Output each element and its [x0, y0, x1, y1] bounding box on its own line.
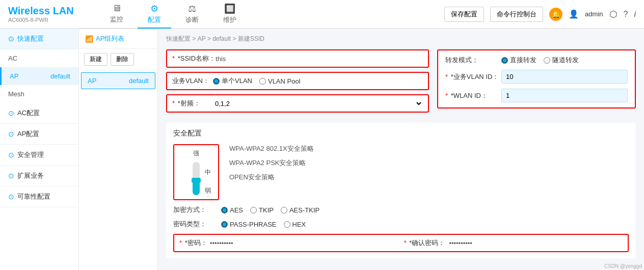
sidebar-item-security[interactable]: ⊙ 安全管理	[0, 145, 78, 166]
forward-radio-group: 直接转发 隧道转发	[501, 56, 579, 65]
ssid-input[interactable]	[216, 55, 423, 63]
freq-label: * *射频：	[172, 99, 213, 108]
ap-group-icon: 📶	[85, 35, 93, 43]
forward-tunnel-label: 隧道转发	[552, 56, 579, 65]
logo-title: Wireless LAN	[8, 5, 79, 17]
save-config-button[interactable]: 保存配置	[444, 7, 484, 22]
tab-maintain[interactable]: 🔲 维护	[213, 0, 247, 29]
ap-config-icon: ⊙	[8, 130, 14, 138]
info-icon[interactable]: i	[634, 10, 636, 19]
logo-lan: LAN	[53, 5, 74, 16]
forward-direct-radio[interactable]: 直接转发	[501, 56, 536, 65]
slider-thumb[interactable]	[192, 178, 201, 183]
tab-monitor-label: 监控	[110, 15, 123, 24]
encrypt-aes-tkip-radio[interactable]: AES-TKIP	[281, 206, 319, 214]
slider-strong: 强	[193, 149, 199, 158]
encrypt-aes-tkip-label: AES-TKIP	[289, 206, 319, 214]
encrypt-aes-radio[interactable]: AES	[221, 206, 243, 214]
encrypt-tkip-input[interactable]	[250, 207, 257, 213]
notification-icon[interactable]: 🔔	[549, 8, 562, 21]
sidebar-sub-ap[interactable]: AP default	[0, 67, 78, 85]
forward-tunnel-input[interactable]	[544, 57, 550, 64]
reliable-icon: ⊙	[8, 193, 14, 201]
security-option-8021x[interactable]: WPA-WPA2 802.1X安全策略	[229, 144, 314, 153]
vlan-single-input[interactable]	[213, 78, 220, 85]
security-icon: ⊙	[8, 151, 14, 159]
security-option-8021x-label: WPA-WPA2 802.1X安全策略	[229, 145, 314, 152]
config-icon: ⚙	[150, 3, 158, 14]
logout-icon[interactable]: ⬡	[609, 9, 618, 20]
tab-config-label: 配置	[148, 15, 161, 24]
ap-delete-button[interactable]: 删除	[111, 53, 134, 66]
tab-config[interactable]: ⚙ 配置	[138, 0, 171, 29]
security-option-open[interactable]: OPEN安全策略	[229, 173, 314, 182]
breadcrumb-sep1: >	[207, 35, 212, 42]
sidebar-reliable-label: 可靠性配置	[17, 192, 50, 201]
sidebar-item-ac-config[interactable]: ⊙ AC配置	[0, 103, 78, 124]
logo: Wireless LAN AC6005-8-PWR	[8, 5, 79, 23]
ap-new-button[interactable]: 新建	[84, 53, 108, 66]
pwd-phrase-radio[interactable]: PASS-PHRASE	[221, 221, 277, 228]
pwd-hex-input[interactable]	[284, 221, 290, 228]
pwd-type-row: 密码类型： PASS-PHRASE HEX	[173, 220, 629, 229]
sidebar-item-ap-config[interactable]: ⊙ AP配置	[0, 124, 78, 145]
security-slider[interactable]: 强 中 弱	[173, 144, 219, 200]
quick-icon: ⊙	[8, 35, 14, 43]
vlan-pool-input[interactable]	[259, 78, 266, 85]
breadcrumb: 快速配置 > AP > default > 新建SSID	[166, 35, 636, 43]
pwd-confirm-input[interactable]	[449, 239, 623, 247]
encrypt-aes-input[interactable]	[221, 207, 228, 213]
biz-vlan-id-input[interactable]	[501, 70, 628, 84]
ap-entry-default: default	[129, 77, 149, 85]
freq-field-row: * *射频： 0,1,2 0 1 2	[166, 94, 429, 113]
biz-vlan-id-label: * *业务VLAN ID：	[445, 72, 501, 82]
logo-wireless: Wireless	[8, 5, 53, 16]
breadcrumb-sep2: >	[233, 35, 238, 42]
ap-entry[interactable]: AP default	[81, 72, 155, 89]
ap-group-title: 📶 AP组列表	[79, 29, 157, 49]
logo-model: AC6005-8-PWR	[8, 17, 79, 23]
encrypt-tkip-radio[interactable]: TKIP	[250, 206, 274, 214]
form-left-col: * *SSID名称： 业务VLAN： 单个VLAN	[166, 49, 429, 117]
cmd-console-button[interactable]: 命令行控制台	[490, 7, 543, 22]
breadcrumb-part1: AP	[198, 35, 206, 42]
pwd-input[interactable]	[210, 239, 384, 247]
security-option-psk[interactable]: WPA-WPA2 PSK安全策略	[229, 158, 314, 168]
top-form-columns: * *SSID名称： 业务VLAN： 单个VLAN	[166, 49, 636, 117]
encrypt-label: 加密方式：	[173, 205, 214, 214]
tab-diagnose-label: 诊断	[185, 15, 199, 24]
ap-entry-ap: AP	[88, 77, 96, 85]
breadcrumb-part0: 快速配置	[166, 35, 191, 42]
wlan-id-input[interactable]	[501, 89, 628, 102]
vlan-single-radio[interactable]: 单个VLAN	[213, 76, 252, 86]
pwd-confirm-label: * *确认密码：	[404, 238, 445, 248]
user-icon: 👤	[569, 9, 579, 19]
freq-select-wrapper: 0,1,2 0 1 2	[213, 99, 423, 108]
slider-mid: 中	[205, 168, 211, 177]
tab-monitor[interactable]: 🖥 监控	[100, 0, 133, 28]
pwd-phrase-input[interactable]	[221, 221, 228, 228]
admin-label: admin	[585, 10, 603, 18]
forward-direct-input[interactable]	[501, 57, 508, 64]
sidebar-item-quick[interactable]: ⊙ 快速配置	[0, 29, 78, 49]
pwd-hex-radio[interactable]: HEX	[284, 221, 306, 228]
forward-label: 转发模式：	[445, 56, 501, 65]
ap-group-buttons: 新建 删除	[79, 49, 157, 70]
security-title: 安全配置	[173, 129, 629, 138]
vlan-pool-radio[interactable]: VLAN Pool	[259, 77, 301, 85]
sidebar-item-extend[interactable]: ⊙ 扩展业务	[0, 166, 78, 186]
sidebar-sub-ac[interactable]: AC	[0, 49, 78, 67]
forward-tunnel-radio[interactable]: 隧道转发	[544, 56, 579, 65]
sidebar-sub-mesh[interactable]: Mesh	[0, 85, 78, 103]
wlan-id-row: * *WLAN ID：	[445, 89, 628, 102]
help-icon[interactable]: ?	[624, 10, 628, 19]
encrypt-row: 加密方式： AES TKIP AES-TKIP	[173, 205, 629, 214]
encrypt-aes-tkip-input[interactable]	[281, 207, 287, 213]
ac-config-icon: ⊙	[8, 109, 14, 117]
freq-select[interactable]: 0,1,2 0 1 2	[213, 99, 423, 108]
sidebar-ac-config-label: AC配置	[17, 109, 40, 118]
maintain-icon: 🔲	[224, 3, 235, 14]
tab-diagnose[interactable]: ⚖ 诊断	[175, 0, 209, 29]
sidebar-item-reliable[interactable]: ⊙ 可靠性配置	[0, 186, 78, 207]
vlan-single-label: 单个VLAN	[222, 76, 252, 86]
